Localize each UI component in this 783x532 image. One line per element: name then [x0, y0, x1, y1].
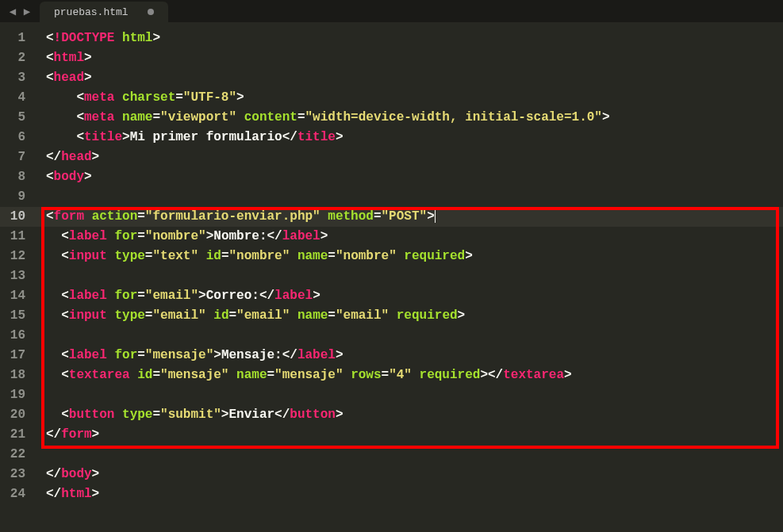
line-number: 24: [0, 484, 36, 504]
code-line: [36, 266, 783, 286]
code-line: <body>: [36, 167, 783, 187]
line-number-gutter[interactable]: 1 2 3 4 5 6 7 8 9 10 11 12 13 14 15 16 1…: [0, 22, 36, 532]
line-number: 19: [0, 385, 36, 405]
line-number: 6: [0, 128, 36, 147]
line-number: 10: [0, 207, 36, 227]
tab-filename: pruebas.html: [54, 6, 129, 18]
line-number: 18: [0, 366, 36, 385]
tab-dirty-icon: [148, 9, 154, 15]
line-number: 4: [0, 88, 36, 108]
nav-back-icon[interactable]: ◀: [6, 5, 19, 17]
code-line: </html>: [36, 484, 783, 504]
line-number: 8: [0, 167, 36, 187]
text-cursor: [435, 208, 436, 223]
line-number: 17: [0, 346, 36, 366]
code-line: <head>: [36, 68, 783, 88]
line-number: 12: [0, 247, 36, 266]
line-number: 15: [0, 306, 36, 326]
line-number: 21: [0, 425, 36, 445]
line-number: 3: [0, 68, 36, 88]
code-line: </form>: [36, 425, 783, 445]
line-number: 1: [0, 29, 36, 48]
tab-pruebas[interactable]: pruebas.html: [40, 2, 168, 22]
code-line: <input type="email" id="email" name="ema…: [36, 306, 783, 326]
code-line: <meta charset="UTF-8">: [36, 88, 783, 108]
code-line: <label for="email">Correo:</label>: [36, 286, 783, 306]
line-number: 2: [0, 48, 36, 68]
code-line: <!DOCTYPE html>: [36, 29, 783, 48]
line-number: 22: [0, 445, 36, 465]
code-line: <html>: [36, 48, 783, 68]
line-number: 11: [0, 227, 36, 247]
code-area[interactable]: <!DOCTYPE html> <html> <head> <meta char…: [36, 22, 783, 532]
code-line: <meta name="viewport" content="width=dev…: [36, 108, 783, 128]
code-line: [36, 326, 783, 346]
line-number: 7: [0, 147, 36, 167]
line-number: 20: [0, 405, 36, 425]
code-line: <textarea id="mensaje" name="mensaje" ro…: [36, 366, 783, 385]
line-number: 13: [0, 266, 36, 286]
code-line: <button type="submit">Enviar</button>: [36, 405, 783, 425]
code-line: <label for="mensaje">Mensaje:</label>: [36, 346, 783, 366]
code-line: [36, 445, 783, 465]
tab-bar: ◀ ▶ pruebas.html: [0, 0, 783, 22]
line-number: 23: [0, 465, 36, 484]
line-number: 9: [0, 187, 36, 207]
code-line: <title>Mi primer formulario</title>: [36, 128, 783, 147]
nav-forward-icon[interactable]: ▶: [21, 5, 33, 17]
code-line: [36, 385, 783, 405]
code-line: [36, 187, 783, 207]
editor: 1 2 3 4 5 6 7 8 9 10 11 12 13 14 15 16 1…: [0, 22, 783, 532]
code-line: <label for="nombre">Nombre:</label>: [36, 227, 783, 247]
code-line: </body>: [36, 465, 783, 484]
code-line: </head>: [36, 147, 783, 167]
line-number: 16: [0, 326, 36, 346]
line-number: 14: [0, 286, 36, 306]
code-line: <form action="formulario-enviar.php" met…: [36, 207, 783, 227]
line-number: 5: [0, 108, 36, 128]
code-line: <input type="text" id="nombre" name="nom…: [36, 247, 783, 266]
